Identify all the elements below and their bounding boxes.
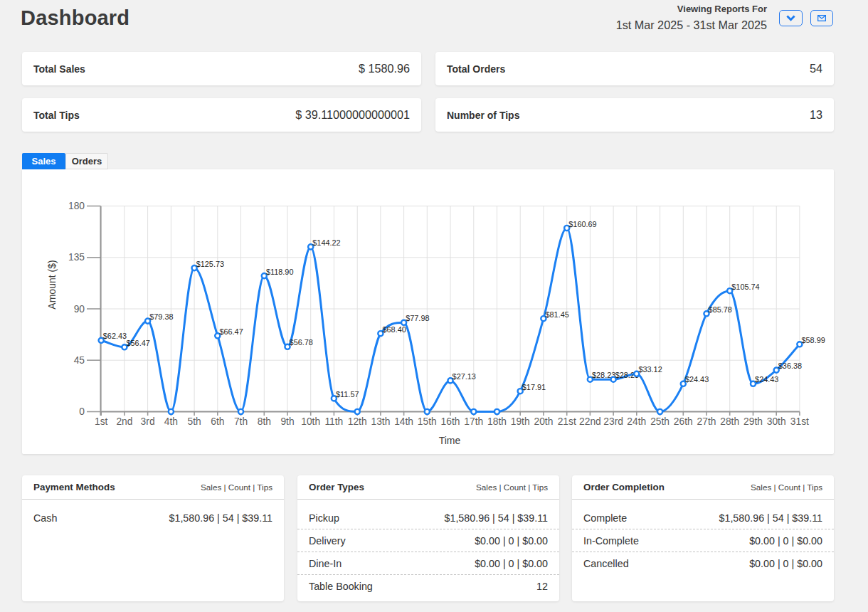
svg-text:$58.99: $58.99 bbox=[802, 336, 825, 344]
svg-text:5th: 5th bbox=[188, 416, 201, 427]
svg-text:11th: 11th bbox=[324, 416, 343, 427]
svg-text:$68.40: $68.40 bbox=[383, 325, 406, 334]
svg-text:7th: 7th bbox=[234, 416, 248, 427]
svg-text:10th: 10th bbox=[301, 416, 320, 427]
svg-text:12th: 12th bbox=[348, 416, 367, 427]
svg-text:45: 45 bbox=[74, 355, 85, 366]
svg-text:$144.22: $144.22 bbox=[312, 238, 340, 247]
svg-text:16th: 16th bbox=[441, 416, 460, 427]
svg-text:Time: Time bbox=[439, 435, 461, 446]
svg-text:21st: 21st bbox=[558, 416, 576, 427]
svg-text:$160.69: $160.69 bbox=[568, 220, 596, 228]
svg-text:15th: 15th bbox=[418, 416, 437, 427]
svg-text:31st: 31st bbox=[790, 416, 809, 427]
svg-text:$85.78: $85.78 bbox=[709, 305, 732, 314]
svg-text:1st: 1st bbox=[95, 416, 108, 427]
svg-text:0: 0 bbox=[79, 406, 85, 417]
svg-text:19th: 19th bbox=[511, 416, 530, 427]
svg-text:$17.91: $17.91 bbox=[522, 383, 546, 391]
svg-text:13th: 13th bbox=[371, 416, 390, 427]
svg-text:$118.90: $118.90 bbox=[266, 268, 294, 276]
svg-text:18th: 18th bbox=[487, 416, 507, 427]
svg-text:6th: 6th bbox=[211, 416, 224, 427]
svg-text:$125.73: $125.73 bbox=[196, 260, 224, 268]
svg-text:27th: 27th bbox=[697, 416, 716, 427]
svg-text:135: 135 bbox=[68, 252, 85, 263]
svg-text:30th: 30th bbox=[767, 416, 786, 427]
svg-text:$77.98: $77.98 bbox=[406, 314, 429, 322]
svg-text:$33.12: $33.12 bbox=[638, 365, 662, 374]
svg-text:$81.45: $81.45 bbox=[546, 310, 569, 319]
svg-text:20th: 20th bbox=[534, 416, 553, 427]
svg-text:$27.13: $27.13 bbox=[452, 372, 476, 381]
svg-text:17th: 17th bbox=[464, 416, 483, 427]
svg-text:$66.47: $66.47 bbox=[219, 327, 243, 336]
svg-text:Amount ($): Amount ($) bbox=[46, 260, 58, 309]
svg-text:26th: 26th bbox=[674, 416, 693, 427]
svg-text:$105.74: $105.74 bbox=[731, 283, 759, 291]
svg-text:$24.43: $24.43 bbox=[685, 375, 709, 384]
svg-text:$79.38: $79.38 bbox=[149, 312, 173, 321]
svg-text:$56.47: $56.47 bbox=[127, 339, 150, 347]
svg-text:$11.57: $11.57 bbox=[336, 390, 359, 399]
svg-text:4th: 4th bbox=[164, 416, 178, 427]
svg-text:14th: 14th bbox=[394, 416, 413, 427]
svg-text:3rd: 3rd bbox=[141, 416, 155, 427]
svg-text:8th: 8th bbox=[258, 416, 271, 427]
svg-text:$36.38: $36.38 bbox=[778, 362, 802, 370]
svg-text:24th: 24th bbox=[627, 416, 646, 427]
svg-text:$24.43: $24.43 bbox=[755, 375, 778, 384]
svg-text:25th: 25th bbox=[650, 416, 669, 427]
svg-text:180: 180 bbox=[68, 201, 85, 211]
svg-text:22nd: 22nd bbox=[579, 416, 601, 427]
svg-text:28th: 28th bbox=[720, 416, 739, 427]
svg-text:90: 90 bbox=[74, 304, 85, 315]
svg-text:$62.43: $62.43 bbox=[103, 332, 127, 340]
svg-text:9th: 9th bbox=[280, 416, 294, 427]
svg-text:29th: 29th bbox=[743, 416, 763, 427]
svg-text:$56.78: $56.78 bbox=[290, 338, 313, 347]
svg-text:23rd: 23rd bbox=[603, 416, 623, 427]
svg-text:2nd: 2nd bbox=[116, 416, 132, 427]
